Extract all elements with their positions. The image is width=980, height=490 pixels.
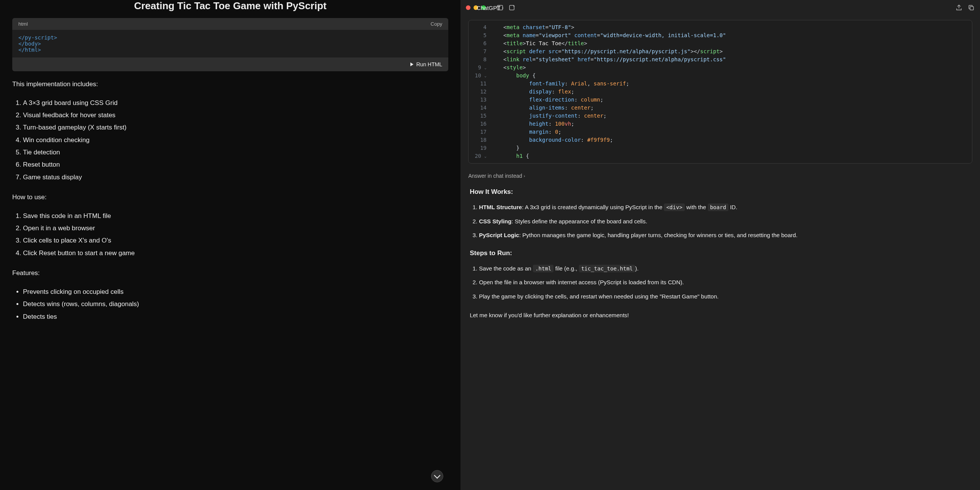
how-it-works-heading: How It Works: [470, 188, 971, 196]
code-line: <style> [490, 64, 972, 72]
line-number: 10 [475, 72, 481, 80]
list-item: Play the game by clicking the cells, and… [479, 291, 971, 302]
run-label: Run HTML [416, 61, 443, 67]
line-number: 17 [480, 128, 487, 136]
code-line: <script defer src="https://pyscript.net/… [490, 48, 972, 56]
code-line: height: 100vh; [490, 120, 972, 128]
list-item: Click cells to place X's and O's [23, 234, 448, 247]
right-content: How It Works: HTML Structure: A 3x3 grid… [461, 184, 980, 490]
new-chat-icon[interactable] [509, 4, 516, 11]
titlebar: ChatGPT › [461, 0, 980, 15]
inline-code: tic_tac_toe.html [579, 265, 635, 272]
code-line: <meta name="viewport" content="width=dev… [490, 31, 972, 39]
how-it-works-list: HTML Structure: A 3x3 grid is created dy… [470, 202, 971, 241]
code-line: margin: 0; [490, 128, 972, 136]
code-line: <title>Tic Tac Toe</title> [490, 39, 972, 48]
list-item: Prevents clicking on occupied cells [23, 286, 448, 298]
code-line: body { [490, 72, 972, 80]
list-item: Save the code as an .html file (e.g., ti… [479, 263, 971, 274]
list-item: Click Reset button to start a new game [23, 247, 448, 259]
list-item: Win condition checking [23, 134, 448, 146]
implementation-list: A 3×3 grid board using CSS Grid Visual f… [12, 97, 448, 184]
closing-text: Let me know if you'd like further explan… [470, 310, 971, 320]
left-panel: Creating Tic Tac Toe Game with PyScript … [0, 0, 461, 490]
article-title: Creating Tic Tac Toe Game with PyScript [12, 0, 448, 12]
code-header: html Copy [12, 18, 448, 30]
titlebar-app-name[interactable]: ChatGPT › [477, 5, 503, 11]
line-number: 13 [480, 96, 487, 104]
play-icon [410, 62, 413, 66]
list-item: Open the file in a browser with internet… [479, 277, 971, 288]
line-number: 6 [483, 39, 487, 48]
share-icon[interactable] [956, 4, 962, 11]
how-to-use-list: Save this code in an HTML file Open it i… [12, 210, 448, 259]
fold-icon[interactable]: ⌄ [483, 73, 487, 79]
inline-code: board [708, 203, 728, 211]
list-item: Open it in a web browser [23, 222, 448, 234]
code-line: </py-script> [18, 34, 442, 41]
code-lines-container: 4 5 6 7 8 9⌄ 10⌄ 11 12 13 14 15 16 17 18… [469, 20, 972, 163]
line-number: 8 [483, 56, 487, 64]
line-number: 20 [475, 152, 481, 160]
inline-code: <div> [664, 203, 684, 211]
code-block: html Copy </py-script> </body> </html> R… [12, 18, 448, 71]
svg-rect-4 [970, 7, 973, 10]
line-number: 11 [480, 80, 487, 88]
fold-icon[interactable]: ⌄ [483, 153, 487, 159]
copy-button[interactable]: Copy [431, 21, 442, 27]
code-editor[interactable]: 4 5 6 7 8 9⌄ 10⌄ 11 12 13 14 15 16 17 18… [468, 20, 972, 164]
line-number: 9 [478, 64, 481, 72]
line-number: 15 [480, 112, 487, 120]
list-item: Tie detection [23, 146, 448, 159]
inline-code: .html [533, 265, 554, 272]
chevron-down-icon [434, 472, 441, 479]
answer-link-label: Answer in chat instead [468, 173, 522, 179]
right-panel: ChatGPT › 4 5 6 7 8 9⌄ 10⌄ 11 12 1 [461, 0, 980, 490]
features-heading: Features: [12, 268, 448, 279]
code-line: align-items: center; [490, 104, 972, 112]
code-lang-label: html [18, 21, 28, 27]
list-item: Reset button [23, 159, 448, 171]
code-line: background-color: #f9f9f9; [490, 136, 972, 144]
chevron-right-icon: › [502, 5, 503, 10]
code-line: flex-direction: column; [490, 96, 972, 104]
list-item: A 3×3 grid board using CSS Grid [23, 97, 448, 109]
copy-icon[interactable] [968, 4, 975, 11]
item-bold: PyScript Logic [479, 232, 519, 238]
list-item: HTML Structure: A 3x3 grid is created dy… [479, 202, 971, 213]
code-line: </body> [18, 41, 442, 47]
line-number: 12 [480, 88, 487, 96]
chevron-right-icon: › [524, 174, 525, 178]
list-item: Game status display [23, 171, 448, 184]
code-body: </py-script> </body> </html> [12, 30, 448, 57]
line-number: 5 [483, 31, 487, 39]
titlebar-right-icons [956, 4, 975, 11]
list-item: Detects ties [23, 311, 448, 323]
code-line: justify-content: center; [490, 112, 972, 120]
code-line: </html> [18, 47, 442, 53]
item-bold: HTML Structure [479, 204, 522, 210]
run-html-button[interactable]: Run HTML [12, 57, 448, 71]
code-line: <meta charset="UTF-8"> [490, 23, 972, 31]
fold-icon[interactable]: ⌄ [483, 65, 487, 70]
scroll-down-button[interactable] [431, 470, 443, 482]
code-content: <meta charset="UTF-8"> <meta name="viewp… [490, 20, 972, 163]
close-window-button[interactable] [466, 5, 470, 10]
line-number: 16 [480, 120, 487, 128]
list-item: CSS Styling: Styles define the appearanc… [479, 216, 971, 227]
how-to-use-heading: How to use: [12, 192, 448, 203]
steps-list: Save the code as an .html file (e.g., ti… [470, 263, 971, 302]
list-item: Visual feedback for hover states [23, 109, 448, 121]
code-line: <link rel="stylesheet" href="https://pys… [490, 56, 972, 64]
list-item: Detects wins (rows, columns, diagonals) [23, 298, 448, 310]
line-gutter: 4 5 6 7 8 9⌄ 10⌄ 11 12 13 14 15 16 17 18… [469, 20, 490, 163]
line-number: 7 [483, 48, 487, 56]
code-line: } [490, 144, 972, 152]
steps-heading: Steps to Run: [470, 249, 971, 257]
features-list: Prevents clicking on occupied cells Dete… [12, 286, 448, 323]
line-number: 18 [480, 136, 487, 144]
line-number: 4 [483, 23, 487, 31]
item-bold: CSS Styling [479, 218, 511, 225]
code-line: display: flex; [490, 88, 972, 96]
answer-in-chat-link[interactable]: Answer in chat instead › [461, 168, 980, 184]
